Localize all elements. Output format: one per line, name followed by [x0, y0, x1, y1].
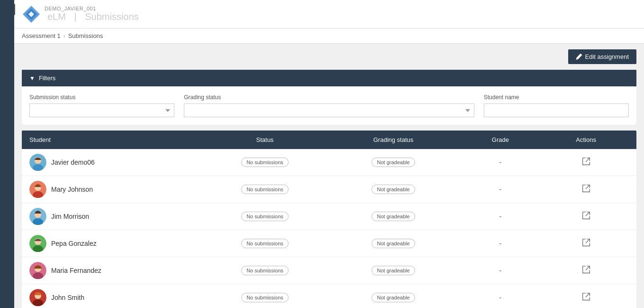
status-cell: No submissions — [200, 266, 329, 275]
student-cell: Jim Morrison — [29, 208, 200, 225]
breadcrumb-separator: › — [63, 33, 65, 39]
student-name-filter: Student name — [484, 94, 629, 117]
student-cell: John Smith — [29, 289, 200, 306]
grade-cell: - — [458, 213, 544, 220]
external-link-icon — [582, 238, 590, 247]
col-grade: Grade — [458, 136, 544, 143]
grading-badge: Not gradeable — [372, 212, 415, 221]
grading-status-cell: Not gradeable — [329, 239, 457, 248]
table-row: Maria Fernandez No submissions Not grade… — [22, 257, 636, 284]
grading-status-select[interactable]: Graded Not graded Not gradeable — [184, 103, 474, 117]
status-cell: No submissions — [200, 212, 329, 221]
edit-assignment-button[interactable]: Edit assignment — [568, 49, 637, 64]
view-submission-button[interactable] — [580, 236, 592, 251]
col-actions: Actions — [543, 136, 629, 143]
filters-panel: ▼ Filters Submission status Submitted No… — [22, 70, 636, 125]
student-name-input[interactable] — [484, 103, 629, 117]
grading-badge: Not gradeable — [372, 158, 415, 167]
top-actions: Edit assignment — [22, 49, 636, 64]
content-area: Edit assignment ▼ Filters Submission sta… — [14, 44, 644, 308]
table-row: John Smith No submissions Not gradeable … — [22, 284, 636, 308]
table-row: Javier demo06 No submissions Not gradeab… — [22, 149, 636, 176]
grading-status-filter: Grading status Graded Not graded Not gra… — [184, 94, 474, 117]
student-cell: Maria Fernandez — [29, 262, 200, 279]
actions-cell — [543, 236, 629, 251]
avatar — [29, 262, 46, 279]
filters-body: Submission status Submitted No submissio… — [22, 86, 636, 125]
status-cell: No submissions — [200, 158, 329, 167]
status-badge: No submissions — [241, 239, 289, 248]
view-submission-button[interactable] — [580, 155, 592, 169]
header: × DEMO_JAVIER_001 eLM | Submissions — [14, 0, 644, 28]
external-link-icon — [582, 265, 590, 274]
external-link-icon — [582, 292, 590, 301]
external-link-icon — [582, 184, 590, 193]
student-name: Jim Morrison — [51, 213, 89, 220]
header-title: eLM | Submissions — [45, 11, 142, 22]
view-submission-button[interactable] — [580, 263, 592, 278]
submission-status-select[interactable]: Submitted No submissions — [29, 103, 174, 117]
table-row: Jim Morrison No submissions Not gradeabl… — [22, 203, 636, 230]
avatar — [29, 154, 46, 171]
status-badge: No submissions — [241, 185, 289, 194]
external-link-icon — [582, 157, 590, 166]
col-status: Status — [200, 136, 329, 143]
external-link-icon — [582, 211, 590, 220]
submissions-table: Student Status Grading status Grade Acti… — [22, 131, 636, 308]
table-body: Javier demo06 No submissions Not gradeab… — [22, 149, 636, 308]
actions-cell — [543, 209, 629, 224]
grade-cell: - — [458, 294, 544, 301]
logo-area: DEMO_JAVIER_001 eLM | Submissions — [22, 5, 142, 24]
breadcrumb-current: Submissions — [68, 32, 103, 39]
grade-cell: - — [458, 186, 544, 193]
status-badge: No submissions — [241, 158, 289, 167]
avatar — [29, 235, 46, 252]
status-cell: No submissions — [200, 239, 329, 248]
logo-icon — [22, 5, 41, 24]
col-student: Student — [29, 136, 200, 143]
grading-status-cell: Not gradeable — [329, 266, 457, 275]
student-cell: Javier demo06 — [29, 154, 200, 171]
grade-cell: - — [458, 159, 544, 166]
grading-status-label: Grading status — [184, 94, 474, 101]
grading-badge: Not gradeable — [372, 266, 415, 275]
student-name: Pepa Gonzalez — [51, 240, 97, 247]
actions-cell — [543, 263, 629, 278]
header-subtitle: DEMO_JAVIER_001 — [45, 6, 142, 11]
actions-cell — [543, 155, 629, 169]
status-badge: No submissions — [241, 293, 289, 302]
status-cell: No submissions — [200, 293, 329, 302]
student-name: Maria Fernandez — [51, 267, 101, 274]
table-row: Pepa Gonzalez No submissions Not gradeab… — [22, 230, 636, 257]
breadcrumb-parent[interactable]: Assessment 1 — [22, 32, 61, 39]
svg-point-22 — [36, 292, 39, 295]
table-header: Student Status Grading status Grade Acti… — [22, 131, 636, 149]
filters-label: Filters — [39, 75, 55, 82]
filter-triangle-icon: ▼ — [29, 75, 35, 82]
breadcrumb: Assessment 1 › Submissions — [14, 28, 644, 44]
grading-badge: Not gradeable — [372, 185, 415, 194]
student-name: Javier demo06 — [51, 159, 95, 166]
header-title-group: DEMO_JAVIER_001 eLM | Submissions — [45, 6, 142, 22]
avatar — [29, 208, 46, 225]
avatar — [29, 181, 46, 198]
sidebar — [0, 0, 14, 308]
table-row: Mary Johnson No submissions Not gradeabl… — [22, 176, 636, 203]
view-submission-button[interactable] — [580, 209, 592, 224]
avatar — [29, 289, 46, 306]
status-badge: No submissions — [241, 212, 289, 221]
view-submission-button[interactable] — [580, 290, 592, 305]
view-submission-button[interactable] — [580, 182, 592, 196]
grade-cell: - — [458, 240, 544, 247]
col-grading-status: Grading status — [329, 136, 457, 143]
grading-status-cell: Not gradeable — [329, 293, 457, 302]
student-name: John Smith — [51, 294, 84, 301]
status-cell: No submissions — [200, 185, 329, 194]
student-name: Mary Johnson — [51, 186, 93, 193]
grade-cell: - — [458, 267, 544, 274]
grading-badge: Not gradeable — [372, 293, 415, 302]
grading-badge: Not gradeable — [372, 239, 415, 248]
filters-header: ▼ Filters — [22, 70, 636, 86]
submission-status-filter: Submission status Submitted No submissio… — [29, 94, 174, 117]
actions-cell — [543, 290, 629, 305]
